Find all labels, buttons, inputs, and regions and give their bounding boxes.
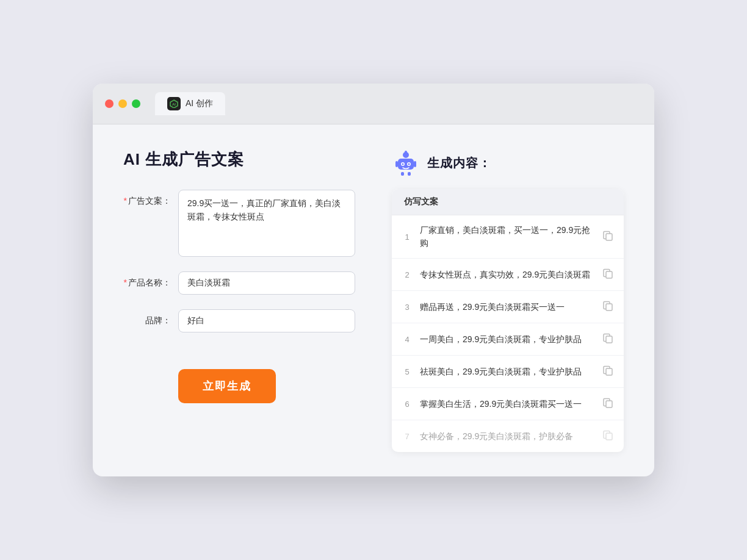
left-panel: AI 生成广告文案 *广告文案： 29.9买一送一，真正的厂家直销，美白淡斑霜，…: [123, 149, 355, 452]
tab-label: AI 创作: [186, 98, 213, 109]
copy-icon[interactable]: [602, 397, 614, 411]
minimize-button[interactable]: [118, 99, 127, 108]
result-row: 7女神必备，29.9元美白淡斑霜，护肤必备: [392, 420, 624, 452]
brand-label: 品牌：: [123, 309, 178, 326]
row-text: 赠品再送，29.9元美白淡斑霜买一送一: [420, 301, 594, 314]
result-column-header: 仿写文案: [392, 189, 624, 215]
svg-point-12: [405, 151, 407, 153]
svg-rect-7: [408, 172, 411, 176]
ad-required-mark: *: [124, 196, 127, 206]
result-row: 6掌握美白生活，29.9元美白淡斑霜买一送一: [392, 388, 624, 420]
row-number: 7: [402, 432, 413, 441]
result-header: 生成内容：: [392, 149, 624, 177]
copy-icon[interactable]: [602, 267, 614, 282]
product-label: *产品名称：: [123, 271, 178, 289]
row-number: 4: [402, 335, 413, 344]
ad-copy-input[interactable]: 29.9买一送一，真正的厂家直销，美白淡斑霜，专抹女性斑点: [178, 190, 355, 257]
page-title: AI 生成广告文案: [123, 149, 355, 170]
ad-copy-group: *广告文案： 29.9买一送一，真正的厂家直销，美白淡斑霜，专抹女性斑点: [123, 190, 355, 257]
brand-group: 品牌：: [123, 309, 355, 332]
close-button[interactable]: [105, 99, 114, 108]
row-number: 6: [402, 400, 413, 409]
ad-label: *广告文案：: [123, 190, 178, 207]
product-name-input[interactable]: [178, 271, 355, 295]
result-row: 3赠品再送，29.9元美白淡斑霜买一送一: [392, 291, 624, 323]
svg-point-10: [402, 163, 404, 165]
row-text: 掌握美白生活，29.9元美白淡斑霜买一送一: [420, 398, 594, 411]
row-text: 女神必备，29.9元美白淡斑霜，护肤必备: [420, 430, 594, 443]
row-text: 厂家直销，美白淡斑霜，买一送一，29.9元抢购: [420, 224, 594, 249]
row-number: 3: [402, 303, 413, 312]
row-text: 祛斑美白，29.9元美白淡斑霜，专业护肤品: [420, 365, 594, 378]
svg-rect-6: [401, 172, 404, 176]
svg-rect-3: [398, 159, 414, 170]
brand-input[interactable]: [178, 309, 355, 332]
svg-rect-18: [606, 368, 612, 375]
product-required-mark: *: [124, 278, 127, 287]
maximize-button[interactable]: [132, 99, 140, 108]
svg-rect-16: [606, 304, 612, 311]
copy-icon[interactable]: [602, 229, 614, 244]
robot-icon: [392, 149, 420, 177]
main-content: AI 生成广告文案 *广告文案： 29.9买一送一，真正的厂家直销，美白淡斑霜，…: [93, 124, 654, 476]
copy-icon[interactable]: [602, 429, 614, 443]
titlebar: AI AI 创作: [93, 84, 654, 124]
browser-window: AI AI 创作 AI 生成广告文案 *广告文案： 29.9买一送一，真正的厂家…: [93, 84, 654, 476]
generate-button[interactable]: 立即生成: [178, 369, 276, 403]
svg-rect-14: [606, 234, 612, 240]
svg-rect-4: [395, 161, 398, 167]
traffic-lights: [105, 99, 140, 108]
row-number: 5: [402, 367, 413, 376]
result-title: 生成内容：: [427, 155, 491, 171]
right-panel: 生成内容： 仿写文案 1厂家直销，美白淡斑霜，买一送一，29.9元抢购 2专抹女…: [392, 149, 624, 452]
svg-text:AI: AI: [172, 102, 176, 106]
result-row: 5祛斑美白，29.9元美白淡斑霜，专业护肤品: [392, 356, 624, 388]
svg-point-11: [408, 163, 410, 165]
result-rows-container: 1厂家直销，美白淡斑霜，买一送一，29.9元抢购 2专抹女性斑点，真实功效，29…: [392, 215, 624, 452]
row-text: 一周美白，29.9元美白淡斑霜，专业护肤品: [420, 333, 594, 346]
product-name-group: *产品名称：: [123, 271, 355, 295]
result-table: 仿写文案 1厂家直销，美白淡斑霜，买一送一，29.9元抢购 2专抹女性斑点，真实…: [392, 189, 624, 452]
svg-rect-19: [606, 401, 612, 407]
svg-rect-15: [606, 271, 612, 278]
copy-icon[interactable]: [602, 364, 614, 379]
row-text: 专抹女性斑点，真实功效，29.9元美白淡斑霜: [420, 268, 594, 281]
copy-icon[interactable]: [602, 332, 614, 346]
result-row: 1厂家直销，美白淡斑霜，买一送一，29.9元抢购: [392, 215, 624, 259]
svg-rect-17: [606, 336, 612, 343]
row-number: 2: [402, 270, 413, 279]
result-row: 2专抹女性斑点，真实功效，29.9元美白淡斑霜: [392, 259, 624, 291]
svg-rect-5: [414, 161, 416, 167]
ai-tab[interactable]: AI AI 创作: [155, 92, 225, 115]
svg-rect-20: [606, 433, 612, 440]
copy-icon[interactable]: [602, 300, 614, 314]
result-row: 4一周美白，29.9元美白淡斑霜，专业护肤品: [392, 323, 624, 356]
ai-tab-icon: AI: [167, 97, 181, 110]
row-number: 1: [402, 232, 413, 242]
